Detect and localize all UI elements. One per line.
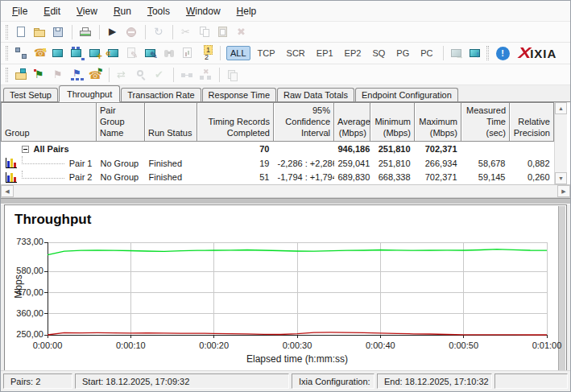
zoom-results-icon — [133, 67, 150, 83]
add-monitor-icon[interactable] — [87, 45, 104, 61]
toolbar-standard — [1, 22, 570, 43]
timing-records-value: 19 — [197, 156, 274, 171]
about-ixia-icon[interactable]: ! — [496, 47, 510, 60]
col-group: Group — [2, 103, 97, 142]
delete-icon — [234, 24, 250, 40]
y-tick-label: 360,00 — [7, 308, 43, 318]
pane-splitter[interactable] — [1, 198, 570, 204]
filter-pc-button[interactable]: PC — [416, 46, 437, 60]
filter-pg-button[interactable]: PG — [392, 46, 413, 60]
toolbar-separator — [172, 25, 173, 39]
col-run-status: Run Status — [145, 103, 197, 142]
paste-icon — [215, 24, 232, 40]
filter-ep1-button[interactable]: EP1 — [312, 46, 337, 60]
tab-response-time[interactable]: Response Time — [202, 88, 276, 101]
scan-endpoints-icon[interactable] — [106, 45, 122, 61]
scroll-up-icon[interactable]: ▲ — [555, 102, 567, 114]
open-test-icon[interactable] — [31, 24, 48, 40]
filter-ep2-button[interactable]: EP2 — [341, 46, 366, 60]
precision-value: 0,260 — [510, 170, 554, 184]
maximum-value: 702,371 — [415, 142, 461, 156]
pair-chart-icon[interactable] — [6, 158, 17, 168]
network-run-icon[interactable] — [68, 67, 85, 83]
toolbar-grip[interactable] — [6, 46, 8, 60]
menu-run[interactable]: Run — [106, 2, 139, 20]
menu-window[interactable]: Window — [178, 2, 229, 20]
pair-chart-icon[interactable] — [6, 172, 17, 183]
filter-sq-button[interactable]: SQ — [368, 46, 389, 60]
scroll-left-icon[interactable]: ◀ — [1, 185, 14, 197]
table-horizontal-scrollbar[interactable]: ◀ ▶ — [1, 185, 570, 198]
export-endpoints-icon[interactable] — [467, 45, 484, 61]
filter-all-button[interactable]: ALL — [226, 46, 250, 60]
confidence-value: -1,794 : +1,794 — [274, 170, 334, 184]
filter-tcp-button[interactable]: TCP — [254, 46, 279, 60]
status-ixia-config-label: Ixia Configuration: — [292, 373, 374, 389]
scroll-down-icon[interactable]: ▼ — [555, 172, 567, 184]
menu-help[interactable]: Help — [229, 2, 265, 20]
average-value: 259,041 — [334, 156, 370, 171]
dial-run-icon[interactable] — [87, 67, 104, 83]
tab-endpoint-configuration[interactable]: Endpoint Configuration — [355, 88, 458, 101]
collapse-all-pairs-icon[interactable] — [22, 146, 29, 153]
y-tick-label: 580,00 — [7, 266, 43, 275]
x-tick-label: 0:00:20 — [192, 340, 237, 350]
ixia-logo-text: IXIA — [530, 47, 557, 60]
toolbar-separator — [220, 46, 221, 60]
menu-file[interactable]: File — [4, 2, 35, 20]
new-test-icon[interactable] — [13, 24, 30, 40]
menu-edit[interactable]: Edit — [35, 2, 68, 20]
tab-raw-data-totals[interactable]: Raw Data Totals — [277, 88, 354, 101]
status-pairs: Pairs: 2 — [3, 373, 72, 389]
y-tick-label: 733,00 — [7, 237, 43, 246]
results-tab-bar: Test SetupThroughputTransaction RateResp… — [1, 85, 570, 102]
save-test-icon[interactable] — [50, 24, 67, 40]
x-tick-label: 0:00:30 — [275, 340, 320, 350]
pair-group-value: No Group — [97, 156, 145, 171]
tab-transaction-rate[interactable]: Transaction Rate — [121, 88, 201, 101]
timing-records-value: 51 — [197, 170, 274, 184]
table-row-pair-1[interactable]: Pair 1 No Group Finished 19 -2,286 : +2,… — [2, 156, 554, 171]
dial-pairs-icon[interactable] — [31, 45, 48, 61]
tab-throughput[interactable]: Throughput — [59, 85, 120, 102]
stop-run-flag-icon — [50, 67, 67, 83]
toolbar-grip[interactable] — [6, 25, 8, 39]
endpoint-monitor-icon[interactable] — [50, 45, 67, 61]
pair-group-value: No Group — [97, 170, 145, 184]
menu-tools[interactable]: Tools — [139, 2, 178, 20]
protocol-filter-group: ALLTCPSCREP1EP2SQPGPC — [225, 46, 439, 60]
start-run-flag-icon[interactable] — [31, 67, 48, 83]
table-row-pair-2[interactable]: Pair 2 No Group Finished 51 -1,794 : +1,… — [2, 170, 554, 184]
scroll-right-icon[interactable]: ▶ — [557, 185, 570, 197]
add-pair-icon[interactable] — [13, 45, 30, 61]
print-icon[interactable] — [77, 24, 94, 40]
apply-results-icon — [151, 67, 168, 83]
tab-test-setup[interactable]: Test Setup — [3, 88, 58, 101]
x-tick-label: 0:00:40 — [358, 340, 403, 350]
toolbar-grip[interactable] — [486, 46, 489, 60]
toolbar-separator — [173, 68, 174, 82]
table-vertical-scrollbar[interactable]: ▲ ▼ — [554, 102, 567, 184]
tree-branch — [22, 156, 64, 164]
ixchariot-window: FileEditViewRunToolsWindowHelp ALLTCPSCR… — [0, 0, 571, 392]
x-tick-label: 0:00:10 — [108, 340, 153, 350]
run-status-value: Finished — [145, 170, 197, 184]
filter-scr-button[interactable]: SCR — [283, 46, 309, 60]
open-results-icon[interactable] — [13, 67, 30, 83]
average-value: 946,186 — [334, 142, 370, 156]
import-endpoints-icon — [449, 45, 465, 61]
toolbar-run — [1, 64, 570, 85]
toolbar-separator — [99, 25, 100, 39]
pair-numbers-icon[interactable] — [198, 45, 215, 61]
multicast-group-icon[interactable] — [68, 45, 85, 61]
table-row-all-pairs[interactable]: All Pairs 70 946,186 251,810 702,371 — [2, 142, 554, 156]
y-tick-label: 470,00 — [7, 287, 43, 297]
x-tick-label: 0:01:00 — [524, 340, 569, 350]
col-minimum: Minimum (Mbps) — [370, 103, 415, 142]
edit-pair-icon[interactable] — [143, 45, 159, 61]
menu-view[interactable]: View — [68, 2, 106, 20]
maximum-value: 702,371 — [415, 170, 461, 184]
run-test-icon[interactable] — [105, 24, 122, 40]
toolbar-grip[interactable] — [6, 68, 8, 82]
table-header-row: Group Pair Group Name Run Status Timing … — [2, 103, 554, 142]
